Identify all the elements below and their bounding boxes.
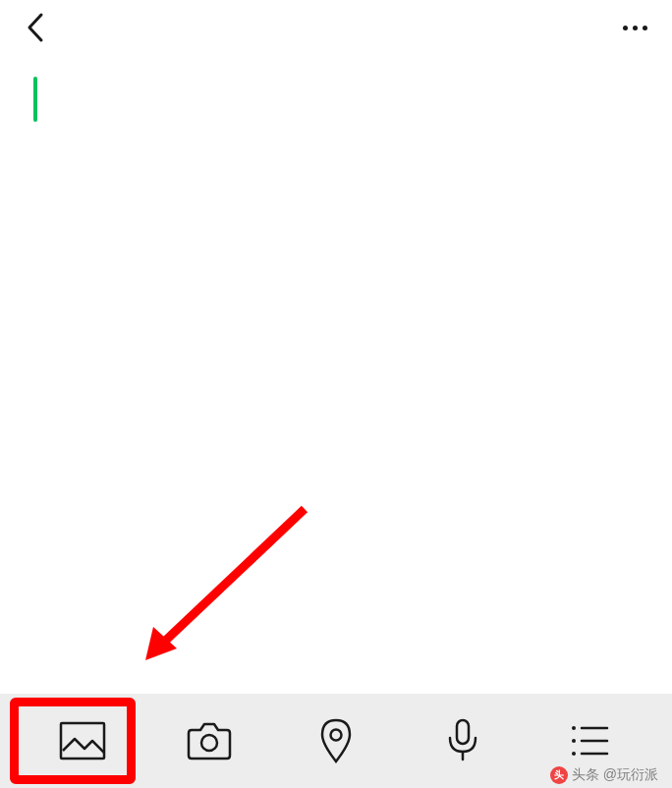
svg-point-1 [201, 735, 217, 751]
chevron-left-icon [26, 12, 45, 43]
svg-rect-0 [61, 723, 104, 759]
more-dot-icon [643, 26, 647, 30]
watermark-prefix: 头条 [572, 766, 599, 784]
image-icon [59, 721, 106, 760]
more-dot-icon [623, 26, 628, 30]
header-bar [0, 0, 672, 55]
watermark: 头 头条 @玩衍派 [550, 766, 658, 784]
toolbar-location-button[interactable] [304, 708, 368, 773]
watermark-logo-icon: 头 [550, 766, 568, 784]
more-dot-icon [633, 26, 638, 30]
list-icon [570, 723, 609, 759]
svg-point-9 [572, 752, 576, 756]
svg-point-7 [572, 739, 576, 743]
voice-icon [446, 718, 479, 763]
watermark-text: @玩衍派 [603, 766, 658, 784]
toolbar-camera-button[interactable] [177, 708, 242, 773]
svg-point-5 [572, 726, 576, 730]
camera-icon [187, 721, 232, 760]
text-cursor [33, 77, 37, 122]
back-button[interactable] [18, 10, 53, 45]
svg-rect-3 [457, 720, 469, 744]
toolbar-image-button[interactable] [50, 708, 115, 773]
location-icon [318, 718, 354, 763]
toolbar-list-button[interactable] [557, 708, 622, 773]
more-button[interactable] [615, 10, 654, 45]
toolbar-voice-button[interactable] [430, 708, 495, 773]
svg-point-2 [330, 730, 341, 741]
editor-textarea[interactable] [0, 77, 672, 694]
